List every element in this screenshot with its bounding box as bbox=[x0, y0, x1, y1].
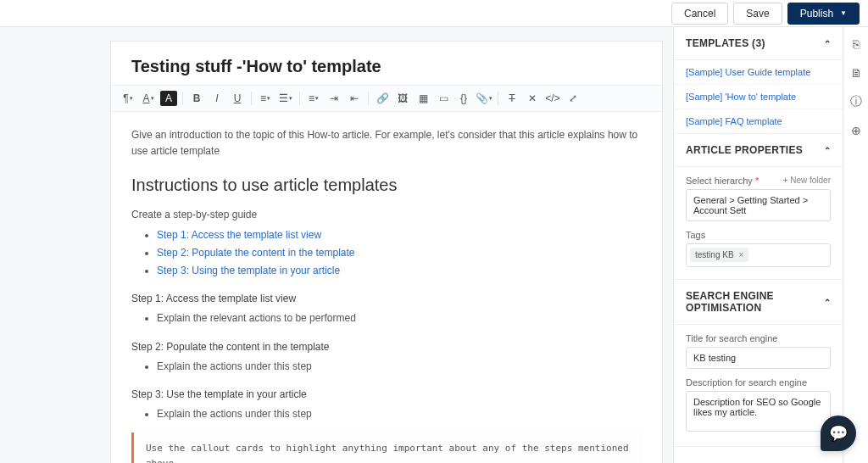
caret-down-icon: ▼ bbox=[840, 9, 847, 17]
video-icon[interactable]: ▭ bbox=[435, 91, 452, 106]
info-icon[interactable]: ⓘ bbox=[849, 95, 863, 109]
guide-lead: Create a step-by-step guide bbox=[131, 207, 642, 223]
seo-panel-head[interactable]: SEARCH ENGINE OPTIMISATION ⌃ bbox=[674, 280, 843, 325]
intro-text: Give an introduction to the topic of thi… bbox=[131, 127, 642, 159]
tag-remove-icon[interactable]: × bbox=[739, 250, 744, 259]
tags-input[interactable]: testing KB × bbox=[686, 243, 831, 267]
hierarchy-label: Select hierarchy bbox=[686, 176, 753, 186]
chat-icon: 💬 bbox=[829, 424, 848, 443]
required-mark: * bbox=[753, 176, 759, 186]
cancel-button[interactable]: Cancel bbox=[671, 3, 728, 25]
step2-item: Explain the actions under this step bbox=[157, 359, 642, 375]
templates-panel-head[interactable]: TEMPLATES (3) ⌃ bbox=[674, 27, 843, 60]
template-item[interactable]: [Sample] 'How to' template bbox=[674, 85, 843, 109]
rich-text-toolbar: ¶▾ A▾ A B I U ≡▾ ☰▾ ≡▾ ⇥ ⇤ 🔗 🖼 ▦ ▭ {} bbox=[111, 85, 662, 112]
hierarchy-field[interactable]: General > Getting Started > Account Sett bbox=[686, 189, 831, 221]
save-button[interactable]: Save bbox=[733, 3, 782, 25]
tags-label: Tags bbox=[686, 230, 705, 240]
seo-desc-label: Description for search engine bbox=[686, 377, 807, 388]
right-sidebar: TEMPLATES (3) ⌃ [Sample] User Guide temp… bbox=[673, 27, 843, 463]
underline-icon[interactable]: U bbox=[229, 91, 246, 106]
tag-chip: testing KB × bbox=[690, 248, 748, 262]
code-block-icon[interactable]: {} bbox=[455, 91, 472, 106]
image-icon[interactable]: 🖼 bbox=[394, 91, 411, 106]
ordered-list-icon[interactable]: ≡▾ bbox=[257, 91, 274, 106]
chat-fab[interactable]: 💬 bbox=[821, 416, 856, 451]
templates-header: TEMPLATES (3) bbox=[686, 37, 765, 49]
instructions-heading: Instructions to use article templates bbox=[131, 171, 642, 198]
properties-header: ARTICLE PROPERTIES bbox=[686, 144, 803, 156]
template-item[interactable]: [Sample] User Guide template bbox=[674, 60, 843, 85]
publish-label: Publish bbox=[800, 8, 833, 20]
highlight-icon[interactable]: A bbox=[160, 91, 177, 106]
italic-icon[interactable]: I bbox=[209, 91, 225, 106]
properties-panel-head[interactable]: ARTICLE PROPERTIES ⌃ bbox=[674, 134, 843, 167]
tag-label: testing KB bbox=[695, 250, 734, 259]
indent-right-icon[interactable]: ⇥ bbox=[326, 91, 342, 106]
seo-header: SEARCH ENGINE OPTIMISATION bbox=[686, 290, 824, 314]
attachment-icon[interactable]: 📎▾ bbox=[476, 91, 492, 106]
editor-area: Testing stuff -'How to' template ¶▾ A▾ A… bbox=[0, 27, 673, 463]
unordered-list-icon[interactable]: ☰▾ bbox=[277, 91, 294, 106]
step1-item: Explain the relevant actions to be perfo… bbox=[157, 310, 642, 326]
callout-card: Use the callout cards to highlight anyth… bbox=[131, 432, 642, 463]
publish-button[interactable]: Publish ▼ bbox=[787, 3, 860, 25]
step2-title: Step 2: Populate the content in the temp… bbox=[131, 339, 642, 355]
globe-icon[interactable]: ⊕ bbox=[849, 124, 863, 137]
step-link-2[interactable]: Step 2: Populate the content in the temp… bbox=[157, 247, 355, 259]
seo-title-input[interactable] bbox=[686, 347, 831, 369]
seo-desc-input[interactable]: Description for SEO so Google likes my a… bbox=[686, 391, 831, 432]
article-body[interactable]: Give an introduction to the topic of thi… bbox=[111, 112, 662, 463]
step-link-1[interactable]: Step 1: Access the template list view bbox=[157, 229, 321, 241]
step-link-3[interactable]: Step 3: Using the template in your artic… bbox=[157, 265, 340, 276]
document-icon[interactable]: 🗎 bbox=[849, 66, 863, 80]
format-icon[interactable]: ¶▾ bbox=[120, 91, 136, 106]
article-title[interactable]: Testing stuff -'How to' template bbox=[111, 42, 662, 85]
step3-item: Explain the actions under this step bbox=[157, 406, 642, 422]
chevron-up-icon: ⌃ bbox=[824, 146, 831, 155]
chevron-up-icon: ⌃ bbox=[824, 39, 831, 48]
link-icon[interactable]: 🔗 bbox=[374, 91, 391, 106]
new-folder-link[interactable]: + New folder bbox=[783, 176, 831, 186]
step1-title: Step 1: Access the template list view bbox=[131, 291, 642, 307]
chevron-up-icon: ⌃ bbox=[824, 298, 831, 307]
table-icon[interactable]: ▦ bbox=[415, 91, 431, 106]
indent-left-icon[interactable]: ⇤ bbox=[346, 91, 363, 106]
align-icon[interactable]: ≡▾ bbox=[305, 91, 322, 106]
step3-title: Step 3: Use the template in your article bbox=[131, 387, 642, 403]
panel-toggle-icon[interactable]: ⎘ bbox=[849, 37, 863, 51]
right-rail: ⎘ 🗎 ⓘ ⊕ bbox=[843, 27, 868, 463]
seo-title-label: Title for search engine bbox=[686, 333, 777, 343]
clear-format-icon[interactable]: T bbox=[504, 91, 520, 106]
bold-icon[interactable]: B bbox=[188, 91, 205, 106]
code-view-icon[interactable]: </> bbox=[544, 91, 561, 106]
fullscreen-icon[interactable]: ⤢ bbox=[565, 91, 581, 106]
template-item[interactable]: [Sample] FAQ template bbox=[674, 109, 843, 134]
strikethrough-icon[interactable]: ✕ bbox=[524, 91, 541, 106]
font-color-icon[interactable]: A▾ bbox=[140, 91, 157, 106]
